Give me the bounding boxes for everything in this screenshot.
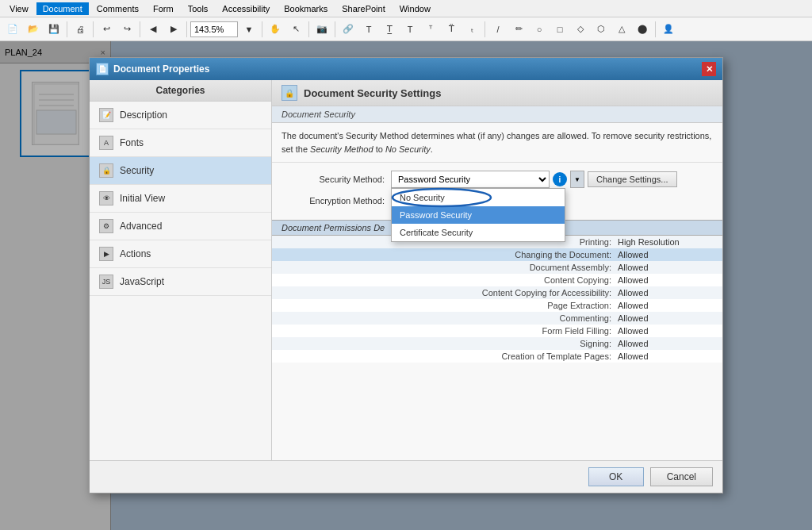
zoom-input[interactable] xyxy=(190,21,238,37)
table-row: Creation of Template Pages: Allowed xyxy=(272,350,722,363)
security-method-row: Security Method: Password Security xyxy=(282,171,713,188)
save-button[interactable]: 💾 xyxy=(44,20,63,39)
table-row: Signing: Allowed xyxy=(272,337,722,350)
app-background: PLAN_24 × xyxy=(0,41,812,530)
menu-bookmarks[interactable]: Bookmarks xyxy=(278,2,334,15)
dropdown-item-password-security[interactable]: Password Security xyxy=(392,206,565,224)
menu-view[interactable]: View xyxy=(3,2,35,15)
perm-accessibility-value: Allowed xyxy=(618,288,713,298)
link-button[interactable]: 🔗 xyxy=(339,20,358,39)
user-button[interactable]: 👤 xyxy=(659,20,678,39)
dialog-title-icon: 📄 xyxy=(96,63,109,75)
redo-button[interactable]: ↪ xyxy=(117,20,136,39)
draw-button-4[interactable]: □ xyxy=(550,20,569,39)
draw-button-7[interactable]: △ xyxy=(612,20,631,39)
advanced-label: Advanced xyxy=(120,221,162,232)
separator-1 xyxy=(67,21,67,37)
sidebar-item-actions[interactable]: ▶ Actions xyxy=(90,240,271,268)
dropdown-arrow-button[interactable]: ▼ xyxy=(570,171,584,188)
security-method-select[interactable]: Password Security xyxy=(391,171,550,188)
open-button[interactable]: 📂 xyxy=(24,20,43,39)
desc-italic: Security Method xyxy=(310,144,373,154)
initial-view-label: Initial View xyxy=(120,193,165,204)
menu-accessibility[interactable]: Accessibility xyxy=(216,2,276,15)
desc-end: . xyxy=(431,144,433,154)
toolbar: 📄 📂 💾 🖨 ↩ ↪ ◀ ▶ ▼ ✋ ↖ 📷 🔗 T T̲ T ᵀ T̈ ₜ … xyxy=(0,17,812,41)
sidebar-item-description[interactable]: 📝 Description xyxy=(90,102,271,129)
menu-document[interactable]: Document xyxy=(36,2,89,15)
dialog-title: Document Properties xyxy=(113,63,209,75)
dialog-close-button[interactable]: ✕ xyxy=(702,62,716,76)
separator-2 xyxy=(93,21,94,37)
text-button-1[interactable]: T xyxy=(359,20,378,39)
perm-changing-label: Changing the Document: xyxy=(282,250,618,259)
modal-overlay: 📄 Document Properties ✕ Categories 📝 Des… xyxy=(0,41,812,530)
draw-button-3[interactable]: ○ xyxy=(530,20,549,39)
content-header: 🔒 Document Security Settings xyxy=(272,80,722,106)
table-row: Form Field Filling: Allowed xyxy=(272,325,722,337)
menu-sharepoint[interactable]: SharePoint xyxy=(335,2,391,15)
draw-button-1[interactable]: / xyxy=(488,20,508,39)
separator-6 xyxy=(308,21,309,37)
text-button-3[interactable]: T xyxy=(400,20,419,39)
text-button-5[interactable]: T̈ xyxy=(442,20,461,39)
ok-button[interactable]: OK xyxy=(588,467,644,486)
perm-signing-label: Signing: xyxy=(282,339,618,348)
text-button-6[interactable]: ₜ xyxy=(462,20,481,39)
zoom-dropdown-button[interactable]: ▼ xyxy=(239,20,259,39)
perm-printing-value: High Resolution xyxy=(618,237,713,247)
new-button[interactable]: 📄 xyxy=(3,20,22,39)
separator-3 xyxy=(140,21,140,37)
perm-page-extraction-value: Allowed xyxy=(618,301,713,310)
hand-tool-button[interactable]: ✋ xyxy=(266,20,285,39)
perm-template-value: Allowed xyxy=(618,351,713,361)
nav-next-button[interactable]: ▶ xyxy=(164,20,183,39)
nav-prev-button[interactable]: ◀ xyxy=(144,20,163,39)
dialog-footer: OK Cancel xyxy=(90,460,722,493)
separator-4 xyxy=(186,21,187,37)
description-icon: 📝 xyxy=(99,108,113,122)
menu-tools[interactable]: Tools xyxy=(182,2,215,15)
table-row: Page Extraction: Allowed xyxy=(272,299,722,312)
draw-button-5[interactable]: ◇ xyxy=(571,20,590,39)
perm-content-copying-value: Allowed xyxy=(618,275,713,285)
perm-form-filling-value: Allowed xyxy=(618,326,713,336)
encryption-method-label: Encryption Method: xyxy=(282,196,385,205)
sidebar-item-advanced[interactable]: ⚙ Advanced xyxy=(90,213,271,240)
perm-commenting-value: Allowed xyxy=(618,313,713,323)
fonts-icon: A xyxy=(99,136,113,150)
select-tool-button[interactable]: ↖ xyxy=(286,20,305,39)
sidebar-item-javascript[interactable]: JS JavaScript xyxy=(90,268,271,296)
security-method-label: Security Method: xyxy=(282,175,385,184)
table-row: Content Copying for Accessibility: Allow… xyxy=(272,286,722,299)
snapshot-button[interactable]: 📷 xyxy=(312,20,331,39)
perm-content-copying-label: Content Copying: xyxy=(282,275,618,285)
dropdown-item-certificate-security[interactable]: Certificate Security xyxy=(392,224,565,241)
menu-comments[interactable]: Comments xyxy=(90,2,145,15)
undo-button[interactable]: ↩ xyxy=(97,20,116,39)
text-button-2[interactable]: T̲ xyxy=(380,20,399,39)
draw-button-6[interactable]: ⬡ xyxy=(592,20,611,39)
change-settings-button[interactable]: Change Settings... xyxy=(588,171,677,187)
security-dropdown-popup: No Security Password Security Certificat… xyxy=(391,188,565,242)
menu-window[interactable]: Window xyxy=(393,2,437,15)
text-button-4[interactable]: ᵀ xyxy=(421,20,440,39)
print-button[interactable]: 🖨 xyxy=(71,20,90,39)
draw-button-2[interactable]: ✏ xyxy=(509,20,528,39)
sidebar-item-initial-view[interactable]: 👁 Initial View xyxy=(90,185,271,213)
info-button[interactable]: i xyxy=(553,172,567,186)
table-row: Document Assembly: Allowed xyxy=(272,261,722,274)
menu-form[interactable]: Form xyxy=(147,2,180,15)
sidebar-item-security[interactable]: 🔒 Security xyxy=(90,157,271,185)
perm-commenting-label: Commenting: xyxy=(282,313,618,323)
cancel-button[interactable]: Cancel xyxy=(650,467,713,486)
perm-page-extraction-label: Page Extraction: xyxy=(282,301,618,310)
content-header-title: Document Security Settings xyxy=(304,87,441,99)
sidebar-item-fonts[interactable]: A Fonts xyxy=(90,129,271,157)
perm-assembly-label: Document Assembly: xyxy=(282,263,618,272)
draw-button-8[interactable]: ⬤ xyxy=(633,20,652,39)
form-area: Security Method: Password Security xyxy=(272,163,722,217)
dropdown-item-no-security[interactable]: No Security xyxy=(392,189,565,206)
perm-template-label: Creation of Template Pages: xyxy=(282,351,618,361)
security-icon: 🔒 xyxy=(99,163,113,178)
